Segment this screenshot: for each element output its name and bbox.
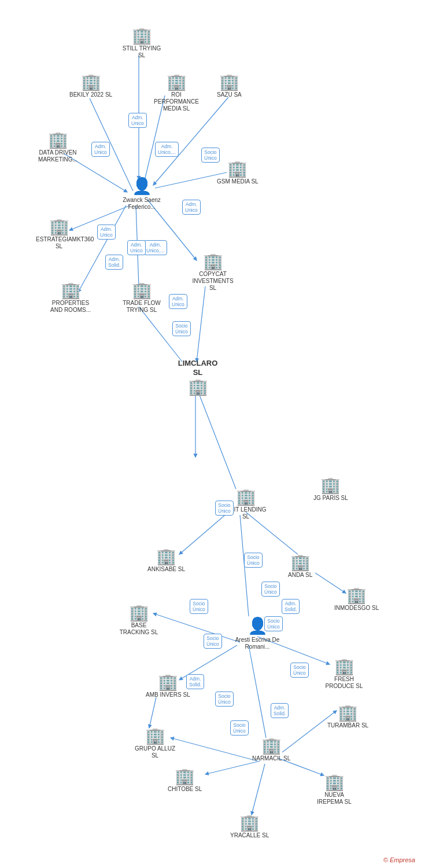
- badge-socio-unico-2[interactable]: SocioÚnico: [172, 321, 191, 336]
- person-icon: 👤: [132, 176, 152, 196]
- building-icon: 🏢: [334, 659, 354, 675]
- node-label: COPYCAT INVESTMENTS SL: [190, 271, 236, 292]
- building-icon: 🏢: [132, 282, 152, 299]
- building-icon: 🏢: [156, 549, 176, 565]
- node-gsm[interactable]: 🏢 GSM MEDIA SL: [217, 161, 258, 185]
- node-fresh-produce[interactable]: 🏢 FRESH PRODUCE SL: [321, 659, 367, 690]
- building-icon: 🏢: [219, 74, 239, 90]
- node-label: Zwanck Saenz Federico...: [119, 197, 165, 211]
- badge-adm-unico-1[interactable]: Adm.Unico: [128, 113, 147, 128]
- badge-adm-solid-1[interactable]: Adm.Solid.: [105, 255, 123, 270]
- node-label: NUEVA IREPEMA SL: [311, 792, 357, 806]
- node-label: DATA DRIVEN MARKETING...: [35, 149, 81, 163]
- svg-line-19: [249, 645, 266, 738]
- node-sazu[interactable]: 🏢 SAZU SA: [217, 74, 242, 98]
- building-icon: 🏢: [320, 477, 341, 494]
- node-trade-flow[interactable]: 🏢 TRADE FLOW TRYING SL: [119, 282, 165, 314]
- node-properties[interactable]: 🏢 PROPERTIES AND ROOMS...: [47, 282, 94, 314]
- svg-line-17: [153, 613, 240, 642]
- badge-socio-unico-4[interactable]: SocioÚnico: [244, 553, 263, 568]
- node-label: Aresti Escriva De Romani...: [234, 637, 280, 650]
- badge-socio-unico-5[interactable]: SocioÚnico: [261, 582, 280, 597]
- node-label: CHITOBE SL: [168, 786, 202, 793]
- badge-socio-unico-10[interactable]: SocioÚnico: [290, 663, 309, 678]
- building-icon: 🏢: [129, 605, 149, 621]
- badge-socio-unico-9[interactable]: SocioÚnico: [215, 692, 234, 707]
- node-label: NARMACIL SL: [252, 755, 290, 762]
- node-narmacil[interactable]: 🏢 NARMACIL SL: [252, 738, 290, 762]
- node-yracalle[interactable]: 🏢 YRACALLE SL: [230, 815, 269, 839]
- badge-adm-unico-3[interactable]: Adm.Unico,...: [155, 142, 179, 157]
- node-label: GRUPO ALLUZ SL: [132, 745, 178, 759]
- node-roi[interactable]: 🏢 ROI PERFORMANCE MEDIA SL: [153, 74, 200, 112]
- building-icon: 🏢: [346, 587, 367, 604]
- badge-socio-unico-8[interactable]: SocioÚnico: [204, 634, 222, 649]
- building-icon: 🏢: [48, 132, 68, 148]
- building-icon: 🏢: [145, 728, 165, 744]
- graph-container: 🏢 STILL TRYING SL 🏢 BEKILY 2022 SL 🏢 ROI…: [0, 0, 421, 868]
- badge-adm-unico-2[interactable]: Adm.Unico: [91, 142, 110, 157]
- badge-socio-unico-6[interactable]: SocioÚnico: [190, 599, 208, 614]
- badge-adm-solid-4[interactable]: Adm.Solid.: [271, 703, 289, 718]
- node-nueva-irepema[interactable]: 🏢 NUEVA IREPEMA SL: [311, 774, 357, 806]
- node-chitobe[interactable]: 🏢 CHITOBE SL: [168, 768, 202, 793]
- node-bekily[interactable]: 🏢 BEKILY 2022 SL: [69, 74, 112, 98]
- node-label: INMODESGO SL: [334, 605, 379, 612]
- building-icon: 🏢: [290, 554, 311, 571]
- badge-adm-unico-8[interactable]: Adm.Unico: [169, 294, 187, 309]
- node-inmodesgo[interactable]: 🏢 INMODESGO SL: [334, 587, 379, 612]
- node-base-tracking[interactable]: 🏢 BASE TRACKING SL: [116, 605, 162, 636]
- svg-line-5: [155, 172, 227, 188]
- node-label: PROPERTIES AND ROOMS...: [47, 300, 94, 314]
- badge-socio-unico-1[interactable]: SocioÚnico: [201, 148, 220, 163]
- node-limclaro[interactable]: LIMCLARO SL 🏢: [175, 358, 221, 395]
- badge-socio-unico-3[interactable]: SocioÚnico: [215, 501, 234, 516]
- svg-line-23: [171, 738, 257, 761]
- building-icon: 🏢: [324, 774, 345, 790]
- building-icon: 🏢: [227, 161, 248, 177]
- badge-adm-unico-7[interactable]: Adm.Unico: [127, 240, 146, 255]
- node-label: BEKILY 2022 SL: [69, 91, 112, 98]
- node-label: AMB INVERS SL: [146, 692, 190, 698]
- building-icon: 🏢: [81, 74, 101, 90]
- svg-line-13: [197, 388, 236, 489]
- badge-adm-unico-4[interactable]: Adm.Unico: [182, 200, 201, 215]
- node-turambar[interactable]: 🏢 TURAMBAR SL: [327, 705, 368, 729]
- node-jg-paris[interactable]: 🏢 JG PARIS SL: [313, 477, 348, 502]
- node-label: SAZU SA: [217, 91, 242, 98]
- badge-adm-solid-2[interactable]: Adm.Solid.: [282, 599, 300, 614]
- node-estrategia[interactable]: 🏢 ESTRATEGIAMKT360 SL: [36, 219, 82, 250]
- node-ankisabe[interactable]: 🏢 ANKISABE SL: [147, 549, 185, 573]
- badge-adm-unico-5[interactable]: Adm.Unico: [97, 225, 116, 240]
- svg-line-14: [179, 512, 228, 554]
- svg-line-24: [252, 764, 265, 815]
- node-label: ESTRATEGIAMKT360 SL: [36, 236, 82, 250]
- building-icon: 🏢: [261, 738, 282, 754]
- node-label: TURAMBAR SL: [327, 722, 368, 729]
- node-label: ANDA SL: [288, 572, 312, 579]
- building-icon: 🏢: [175, 768, 195, 785]
- node-data-driven[interactable]: 🏢 DATA DRIVEN MARKETING...: [35, 132, 81, 163]
- building-icon: 🏢: [61, 282, 81, 299]
- connection-lines: [0, 0, 421, 868]
- node-amb-invers[interactable]: 🏢 AMB INVERS SL: [146, 674, 190, 698]
- badge-socio-unico-11[interactable]: SocioÚnico: [230, 720, 249, 735]
- badge-adm-unico-6[interactable]: Adm.Unico,...: [143, 240, 167, 255]
- building-icon-orange: 🏢: [188, 379, 208, 395]
- node-zwanck[interactable]: 👤 Zwanck Saenz Federico...: [119, 176, 165, 211]
- building-icon: 🏢: [158, 674, 178, 690]
- building-icon: 🏢: [338, 705, 358, 721]
- badge-socio-unico-7[interactable]: SocioÚnico: [264, 616, 283, 631]
- building-icon: 🏢: [132, 28, 152, 44]
- building-icon: 🏢: [167, 74, 187, 90]
- node-still-trying[interactable]: 🏢 STILL TRYING SL: [119, 28, 165, 59]
- node-label: BASE TRACKING SL: [116, 622, 162, 636]
- building-icon: 🏢: [203, 253, 223, 270]
- node-grupo-alluz[interactable]: 🏢 GRUPO ALLUZ SL: [132, 728, 178, 759]
- building-icon: 🏢: [49, 219, 69, 235]
- node-copycat[interactable]: 🏢 COPYCAT INVESTMENTS SL: [190, 253, 236, 292]
- building-icon: 🏢: [236, 489, 256, 505]
- badge-adm-solid-3[interactable]: Adm.Solid.: [186, 674, 204, 689]
- node-label: TRADE FLOW TRYING SL: [119, 300, 165, 314]
- node-anda[interactable]: 🏢 ANDA SL: [288, 554, 312, 579]
